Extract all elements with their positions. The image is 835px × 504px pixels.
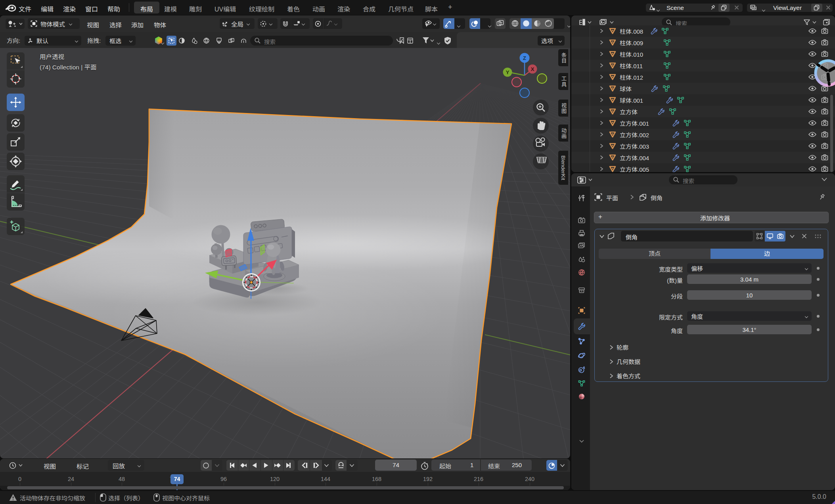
svg-text:Z: Z — [523, 55, 526, 61]
svg-text:X: X — [531, 66, 534, 72]
svg-text:Y: Y — [506, 69, 509, 75]
